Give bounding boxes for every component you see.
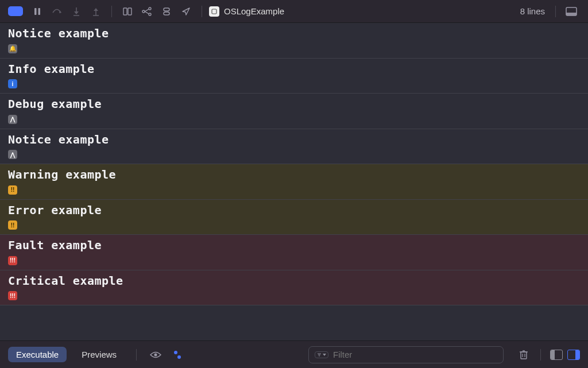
pause-button[interactable]	[29, 3, 46, 20]
left-panel-toggle[interactable]	[550, 350, 563, 360]
toolbar-separator	[540, 349, 541, 361]
svg-rect-13	[164, 8, 169, 11]
log-level-notice-icon: 🔔	[8, 44, 17, 53]
svg-rect-24	[521, 352, 527, 359]
log-row[interactable]: Error example!!	[0, 200, 588, 235]
tab-previews[interactable]: Previews	[74, 347, 125, 362]
log-level-debug-icon: ⋀	[8, 150, 17, 159]
clear-console-button[interactable]	[516, 347, 531, 362]
filter-input[interactable]	[333, 350, 497, 359]
log-list: Notice example🔔Info exampleiDebug exampl…	[0, 23, 588, 340]
log-row[interactable]: Info examplei	[0, 59, 588, 94]
svg-rect-0	[34, 8, 37, 15]
tab-executable[interactable]: Executable	[8, 347, 67, 362]
svg-point-9	[149, 7, 151, 10]
svg-point-19	[174, 351, 177, 354]
graph-button[interactable]	[138, 3, 156, 20]
toolbar-separator	[202, 6, 202, 17]
line-count: 8 lines	[520, 6, 545, 16]
toolbar-separator	[111, 6, 112, 17]
svg-rect-7	[128, 8, 131, 15]
log-message: Fault example	[8, 238, 580, 252]
step-into-button[interactable]	[68, 3, 85, 20]
log-level-critical-icon: !!!	[8, 291, 17, 300]
svg-rect-14	[164, 12, 169, 15]
svg-rect-15	[212, 9, 216, 14]
log-level-info-icon: i	[8, 79, 17, 88]
log-level-error-icon: !!	[8, 220, 17, 230]
svg-point-20	[177, 355, 181, 359]
bottom-toolbar: Executable Previews	[0, 340, 588, 368]
svg-line-11	[145, 9, 149, 11]
log-message: Debug example	[8, 97, 580, 111]
top-toolbar: OSLogExample 8 lines	[0, 0, 588, 23]
settings-button[interactable]	[158, 3, 175, 20]
svg-rect-17	[566, 13, 577, 16]
svg-point-8	[142, 10, 145, 13]
log-message: Warning example	[8, 168, 580, 181]
panel-layout-button[interactable]	[563, 3, 580, 20]
svg-rect-1	[38, 8, 41, 15]
toolbar-separator	[136, 349, 137, 361]
log-row[interactable]: Critical example!!!	[0, 270, 588, 306]
log-row[interactable]: Notice example⋀	[0, 129, 588, 165]
location-button[interactable]	[177, 3, 195, 20]
log-row[interactable]: Notice example🔔	[0, 23, 588, 59]
run-indicator[interactable]	[8, 6, 23, 16]
svg-rect-6	[123, 8, 127, 15]
svg-line-12	[145, 11, 149, 14]
metadata-toggle[interactable]	[170, 347, 185, 362]
log-row[interactable]: Fault example!!!	[0, 235, 588, 270]
filter-field[interactable]	[308, 346, 504, 363]
right-panel-toggle[interactable]	[567, 350, 580, 360]
log-level-warning-icon: !!	[8, 185, 17, 195]
step-out-button[interactable]	[87, 3, 105, 20]
app-icon	[209, 6, 219, 17]
log-level-fault-icon: !!!	[8, 256, 17, 265]
process-selector[interactable]: OSLogExample	[209, 6, 284, 17]
log-row[interactable]: Warning example!!	[0, 164, 588, 200]
log-message: Error example	[8, 203, 580, 217]
svg-point-18	[154, 353, 157, 356]
log-message: Notice example	[8, 133, 580, 146]
svg-point-10	[149, 13, 151, 16]
log-level-debug-icon: ⋀	[8, 115, 17, 124]
visibility-toggle[interactable]	[148, 347, 163, 362]
process-name: OSLogExample	[224, 6, 284, 16]
log-message: Info example	[8, 62, 580, 76]
log-message: Notice example	[8, 26, 580, 40]
step-over-button[interactable]	[48, 3, 65, 20]
log-message: Critical example	[8, 274, 580, 288]
toolbar-separator	[555, 6, 556, 17]
filter-scope-chip[interactable]	[315, 351, 328, 358]
memory-graph-button[interactable]	[119, 3, 136, 20]
log-row[interactable]: Debug example⋀	[0, 94, 588, 129]
